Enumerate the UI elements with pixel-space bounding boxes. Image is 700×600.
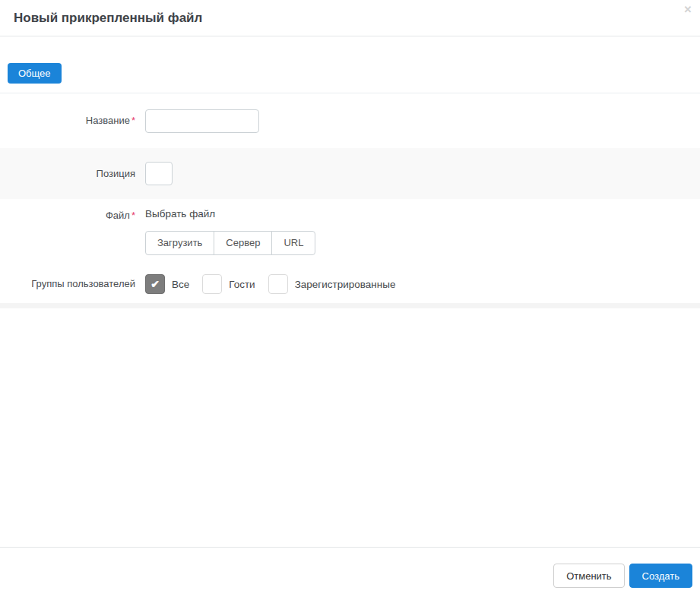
modal-footer: Отменить Создать	[0, 547, 700, 600]
cancel-button[interactable]: Отменить	[553, 564, 624, 588]
empty-body-area	[0, 308, 700, 547]
user-groups-label: Группы пользователей	[0, 278, 135, 290]
upload-button[interactable]: Загрузить	[145, 231, 214, 255]
form-stripe-end	[0, 303, 700, 308]
position-label: Позиция	[0, 168, 135, 180]
tab-general[interactable]: Общее	[8, 63, 62, 84]
checkbox-all[interactable]: ✔	[145, 274, 165, 294]
new-attachment-modal: Новый прикрепленный файл ✕ Общее Названи…	[0, 0, 700, 600]
required-asterisk: *	[131, 210, 135, 221]
file-source-button-group: Загрузить Сервер URL	[145, 231, 315, 255]
tab-bar: Общее	[0, 36, 700, 93]
position-input[interactable]	[145, 162, 173, 185]
name-label: Название*	[0, 115, 135, 127]
checkbox-registered-label: Зарегистрированные	[295, 279, 396, 290]
close-icon[interactable]: ✕	[682, 4, 694, 16]
checkbox-guests[interactable]	[202, 274, 222, 294]
modal-title: Новый прикрепленный файл	[14, 9, 686, 27]
required-asterisk: *	[131, 115, 135, 126]
checkmark-icon: ✔	[150, 279, 160, 289]
name-input[interactable]	[145, 109, 259, 133]
modal-header: Новый прикрепленный файл ✕	[0, 0, 700, 36]
form-row-name: Название*	[0, 93, 700, 148]
url-button[interactable]: URL	[271, 231, 315, 255]
form-row-user-groups: Группы пользователей ✔ Все Гости Зарегис…	[0, 265, 700, 303]
choose-file-text: Выбрать файл	[145, 208, 315, 220]
checkbox-registered[interactable]	[268, 274, 288, 294]
checkbox-all-label: Все	[172, 279, 189, 290]
checkbox-guests-label: Гости	[229, 279, 255, 290]
file-label: Файл*	[0, 208, 135, 222]
server-button[interactable]: Сервер	[214, 231, 272, 255]
form-row-file: Файл* Выбрать файл Загрузить Сервер URL	[0, 199, 700, 265]
create-button[interactable]: Создать	[629, 564, 692, 588]
form-row-position: Позиция	[0, 148, 700, 199]
